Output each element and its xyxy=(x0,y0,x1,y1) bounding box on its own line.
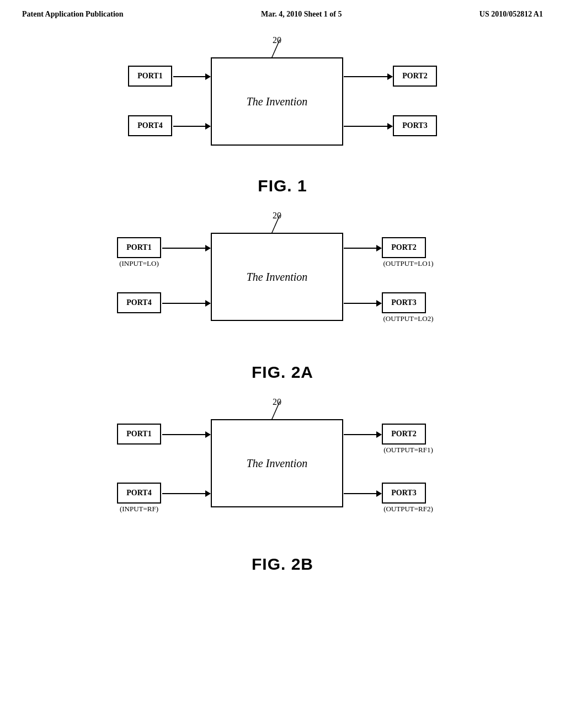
fig2b-port2-arrow xyxy=(344,434,381,435)
fig2a-port4-box: PORT4 xyxy=(117,292,161,313)
fig1-port4-box: PORT4 xyxy=(128,115,172,136)
fig2b-port3-arrow xyxy=(344,493,381,494)
fig1-center-box: The Invention xyxy=(211,57,343,146)
figure-2b-section: 20 The Invention PORT1 PORT4 (INPUT=RF) … xyxy=(0,397,565,574)
fig1-port2-box: PORT2 xyxy=(393,66,437,87)
fig1-port4-label: PORT4 xyxy=(137,121,162,131)
fig2a-port2-arrow xyxy=(344,248,381,249)
fig2b-port2-sub: (OUTPUT=RF1) xyxy=(375,446,441,455)
fig2a-port3-sub: (OUTPUT=LO2) xyxy=(375,314,441,324)
header-right: US 2010/052812 A1 xyxy=(479,10,543,19)
fig2b-port3-box: PORT3 xyxy=(382,483,426,504)
fig2a-port1-arrow xyxy=(162,248,210,249)
fig2b-port4-arrow xyxy=(162,493,210,494)
fig1-port2-arrow xyxy=(344,76,392,77)
fig2a-port3-box: PORT3 xyxy=(382,292,426,313)
fig2b-port1-arrow xyxy=(162,434,210,435)
fig2a-port3-arrow xyxy=(344,303,381,304)
fig2b-port1-box: PORT1 xyxy=(117,424,161,445)
fig2a-leader-line xyxy=(249,211,305,235)
figure-1-diagram: 20 The Invention PORT1 PORT4 PORT2 PORT3 xyxy=(84,35,481,168)
fig1-port2-label: PORT2 xyxy=(402,72,427,81)
fig2a-center-box: The Invention xyxy=(211,233,343,321)
fig2a-port4-label: PORT4 xyxy=(126,298,151,308)
fig2b-center-box: The Invention xyxy=(211,419,343,507)
fig1-port3-box: PORT3 xyxy=(393,115,437,136)
fig2a-port4-arrow xyxy=(162,303,210,304)
fig2a-center-label: The Invention xyxy=(247,271,308,283)
fig1-port1-box: PORT1 xyxy=(128,66,172,87)
figure-1-section: 20 The Invention PORT1 PORT4 PORT2 PORT3 xyxy=(0,35,565,195)
page-header: Patent Application Publication Mar. 4, 2… xyxy=(0,0,565,19)
fig2a-port2-label: PORT2 xyxy=(391,243,416,253)
fig1-label: FIG. 1 xyxy=(258,176,307,195)
fig2b-port4-label: PORT4 xyxy=(126,489,151,498)
fig1-port1-label: PORT1 xyxy=(137,72,162,81)
fig1-port3-label: PORT3 xyxy=(402,121,427,131)
header-left: Patent Application Publication xyxy=(22,10,124,19)
fig2a-port1-sub: (INPUT=LO) xyxy=(113,259,166,269)
fig2b-port3-sub: (OUTPUT=RF2) xyxy=(375,505,441,514)
fig2a-port2-sub: (OUTPUT=LO1) xyxy=(375,259,441,269)
fig2a-port1-label: PORT1 xyxy=(126,243,151,253)
fig2b-port2-label: PORT2 xyxy=(391,430,416,439)
fig1-port1-arrow xyxy=(173,76,210,77)
fig1-port4-arrow xyxy=(173,126,210,127)
fig2a-port2-box: PORT2 xyxy=(382,237,426,258)
fig2b-center-label: The Invention xyxy=(247,457,308,470)
figure-2a-diagram: 20 The Invention PORT1 (INPUT=LO) PORT4 … xyxy=(84,211,481,354)
fig2b-port1-label: PORT1 xyxy=(126,430,151,439)
fig1-center-label: The Invention xyxy=(247,95,308,108)
fig2b-port3-label: PORT3 xyxy=(391,489,416,498)
fig2b-port4-box: PORT4 xyxy=(117,483,161,504)
header-center: Mar. 4, 2010 Sheet 1 of 5 xyxy=(261,10,342,19)
figure-2b-diagram: 20 The Invention PORT1 PORT4 (INPUT=RF) … xyxy=(84,397,481,546)
fig1-port3-arrow xyxy=(344,126,392,127)
svg-line-0 xyxy=(271,40,280,58)
fig2b-label: FIG. 2B xyxy=(252,555,313,574)
svg-line-1 xyxy=(271,215,280,234)
fig2a-port1-box: PORT1 xyxy=(117,237,161,258)
fig2a-port3-label: PORT3 xyxy=(391,298,416,308)
figure-2a-section: 20 The Invention PORT1 (INPUT=LO) PORT4 … xyxy=(0,211,565,382)
fig1-leader-line xyxy=(249,35,305,60)
fig2b-port2-box: PORT2 xyxy=(382,424,426,445)
fig2b-leader-line xyxy=(249,397,305,422)
svg-line-2 xyxy=(271,402,280,420)
fig2b-port4-sub: (INPUT=RF) xyxy=(113,505,166,514)
fig2a-label: FIG. 2A xyxy=(252,363,313,382)
